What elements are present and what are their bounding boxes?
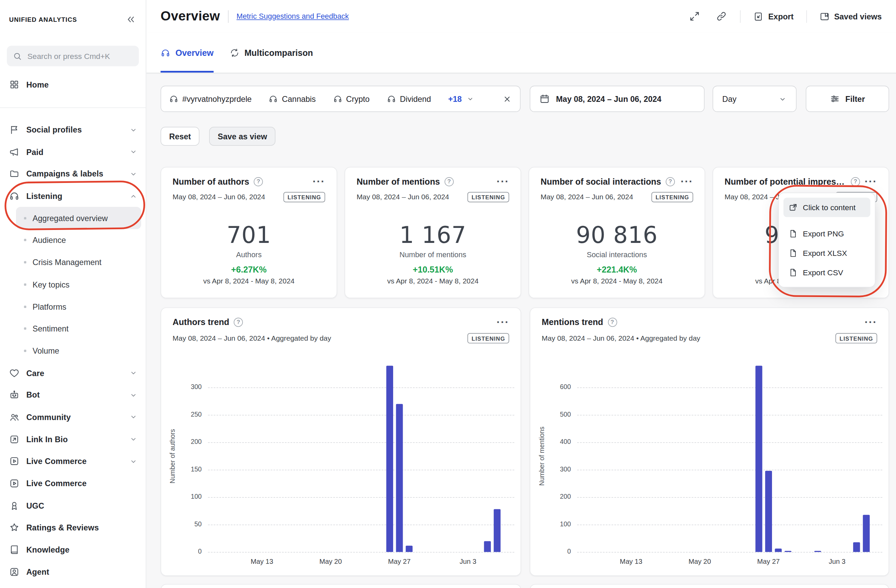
help-icon[interactable]: ? bbox=[608, 317, 617, 327]
granularity-select[interactable]: Day bbox=[713, 86, 797, 112]
tab-label: Overview bbox=[175, 48, 213, 58]
tab-multicomparison[interactable]: Multicomparison bbox=[230, 33, 313, 73]
sidebar-item-community[interactable]: Community bbox=[0, 406, 146, 428]
sidebar-divider bbox=[0, 107, 146, 108]
tab-overview[interactable]: Overview bbox=[160, 33, 213, 73]
sidebar-item-ugc[interactable]: UGC bbox=[0, 494, 146, 516]
menu-item-export-xlsx[interactable]: Export XLSX bbox=[783, 244, 870, 263]
sidebar-item-knowledge[interactable]: Knowledge bbox=[0, 539, 146, 561]
sidebar-subitem-key-topics[interactable]: Key topics bbox=[16, 274, 141, 296]
listening-badge: LISTENING bbox=[836, 333, 877, 343]
card-menu-icon[interactable]: ··· bbox=[497, 318, 509, 325]
sidebar-item-link-in-bio[interactable]: Link In Bio bbox=[0, 428, 146, 450]
megaphone-icon bbox=[9, 147, 20, 157]
menu-item-label: Export PNG bbox=[803, 229, 844, 238]
chart-bar[interactable] bbox=[853, 542, 860, 552]
sidebar-item-social-profiles[interactable]: Social profiles bbox=[0, 119, 146, 141]
chart-bar[interactable] bbox=[863, 515, 870, 552]
card-menu-icon[interactable]: ··· bbox=[313, 178, 325, 185]
metric-delta: +6.27K% bbox=[173, 265, 325, 274]
filter-chip-dividend[interactable]: Dividend bbox=[387, 94, 431, 104]
chevron-down-icon bbox=[129, 148, 138, 156]
chart-bar[interactable] bbox=[386, 366, 393, 552]
flag-icon bbox=[9, 125, 20, 135]
card-menu-icon[interactable]: ··· bbox=[865, 178, 877, 185]
content-area: #vyrvatnohyzprdeleCannabisCryptoDividend… bbox=[146, 73, 896, 588]
sidebar-item-care[interactable]: Care bbox=[0, 362, 146, 384]
chart-card-mentions-trend: Mentions trend?···May 08, 2024 – Jun 06,… bbox=[530, 307, 889, 576]
sidebar-item-live-commerce[interactable]: Live Commerce bbox=[0, 450, 146, 472]
listening-queries-filter: #vyrvatnohyzprdeleCannabisCryptoDividend… bbox=[160, 86, 521, 112]
sidebar-subitem-sentiment[interactable]: Sentiment bbox=[16, 317, 141, 340]
sidebar-subitem-platforms[interactable]: Platforms bbox=[16, 296, 141, 317]
card-menu-icon[interactable]: ··· bbox=[681, 178, 693, 185]
clear-filters-icon[interactable] bbox=[502, 94, 512, 104]
card-title: Authors trend bbox=[173, 317, 229, 327]
chart-bar[interactable] bbox=[765, 471, 772, 552]
sidebar-item-home[interactable]: Home bbox=[0, 73, 146, 96]
menu-item-export-csv[interactable]: Export CSV bbox=[783, 263, 870, 282]
filter-button[interactable]: Filter bbox=[806, 86, 889, 112]
filter-chip-cannabis[interactable]: Cannabis bbox=[269, 94, 316, 104]
card-period: May 08, 2024 – Jun 06, 2024 • Aggregated… bbox=[542, 334, 700, 342]
chart-bar[interactable] bbox=[814, 551, 821, 552]
chart-bar[interactable] bbox=[755, 366, 762, 552]
help-icon[interactable]: ? bbox=[666, 177, 675, 186]
fullscreen-icon[interactable] bbox=[689, 11, 700, 22]
card-menu-icon[interactable]: ··· bbox=[865, 318, 877, 325]
metric-compare: vs Apr 8, 2024 - May 8, 2024 bbox=[357, 277, 509, 285]
sidebar-item-label: UGC bbox=[26, 501, 138, 510]
sidebar-item-ratings-reviews[interactable]: Ratings & Reviews bbox=[0, 516, 146, 539]
metric-suggestions-link[interactable]: Metric Suggestions and Feedback bbox=[236, 12, 349, 20]
linkbio-icon bbox=[9, 434, 20, 444]
chart-bar[interactable] bbox=[775, 549, 782, 552]
divider bbox=[228, 10, 229, 23]
filter-chip-crypto[interactable]: Crypto bbox=[333, 94, 370, 104]
help-icon[interactable]: ? bbox=[234, 317, 243, 327]
chart-bar[interactable] bbox=[396, 404, 403, 552]
filter-label: Filter bbox=[845, 94, 865, 104]
reset-button[interactable]: Reset bbox=[160, 127, 199, 145]
sidebar-item-campaigns-labels[interactable]: Campaigns & labels bbox=[0, 163, 146, 185]
date-range-picker[interactable]: May 08, 2024 – Jun 06, 2024 bbox=[530, 86, 704, 112]
export-button[interactable]: Export bbox=[753, 11, 794, 21]
sidebar-item-agent[interactable]: Agent bbox=[0, 561, 146, 583]
saved-views-button[interactable]: Saved views bbox=[819, 11, 882, 21]
sidebar-subitem-crisis-management[interactable]: Crisis Management bbox=[16, 251, 141, 274]
sidebar-item-label: Social profiles bbox=[26, 125, 122, 134]
y-tick-label: 200 bbox=[545, 493, 571, 500]
care-icon bbox=[9, 367, 20, 378]
y-tick-label: 250 bbox=[176, 411, 202, 418]
chart-bar[interactable] bbox=[406, 545, 413, 552]
sidebar-item-live-commerce-2[interactable]: Live Commerce bbox=[0, 472, 146, 495]
chevron-down-icon bbox=[778, 95, 787, 103]
copy-link-icon[interactable] bbox=[716, 11, 727, 22]
sidebar-item-label: Bot bbox=[26, 390, 122, 400]
help-icon[interactable]: ? bbox=[851, 177, 860, 186]
divider bbox=[740, 10, 741, 23]
more-filters-chip[interactable]: +18 bbox=[448, 94, 474, 104]
save-as-view-button[interactable]: Save as view bbox=[209, 127, 276, 145]
chart-bar[interactable] bbox=[785, 550, 791, 552]
menu-item-export-png[interactable]: Export PNG bbox=[783, 224, 870, 244]
collapse-sidebar-icon[interactable] bbox=[125, 14, 137, 25]
gridline bbox=[208, 442, 514, 443]
sidebar-item-paid[interactable]: Paid bbox=[0, 141, 146, 163]
sidebar-subitem-aggregated-overview[interactable]: Aggregated overview bbox=[16, 207, 141, 229]
sidebar-subitem-volume[interactable]: Volume bbox=[16, 340, 141, 362]
sidebar-item-label: Live Commerce bbox=[26, 457, 122, 466]
search-input[interactable]: Search or press Cmd+K bbox=[7, 46, 139, 66]
chart-bar[interactable] bbox=[484, 541, 491, 552]
sidebar-subitem-audience[interactable]: Audience bbox=[16, 229, 141, 251]
sidebar-subitem-label: Sentiment bbox=[33, 324, 69, 333]
card-menu-icon[interactable]: ··· bbox=[497, 178, 509, 185]
metric-value: 701 bbox=[173, 222, 325, 248]
menu-item-click-to-content[interactable]: Click to content bbox=[783, 198, 870, 217]
help-icon[interactable]: ? bbox=[254, 177, 263, 186]
listening-badge: LISTENING bbox=[283, 192, 325, 203]
sidebar-item-bot[interactable]: Bot bbox=[0, 384, 146, 406]
chart-bar[interactable] bbox=[494, 509, 501, 552]
sidebar-item-listening[interactable]: Listening bbox=[0, 185, 146, 207]
help-icon[interactable]: ? bbox=[445, 177, 454, 186]
filter-chip-vyrvatnohyzprdele[interactable]: #vyrvatnohyzprdele bbox=[169, 94, 251, 104]
